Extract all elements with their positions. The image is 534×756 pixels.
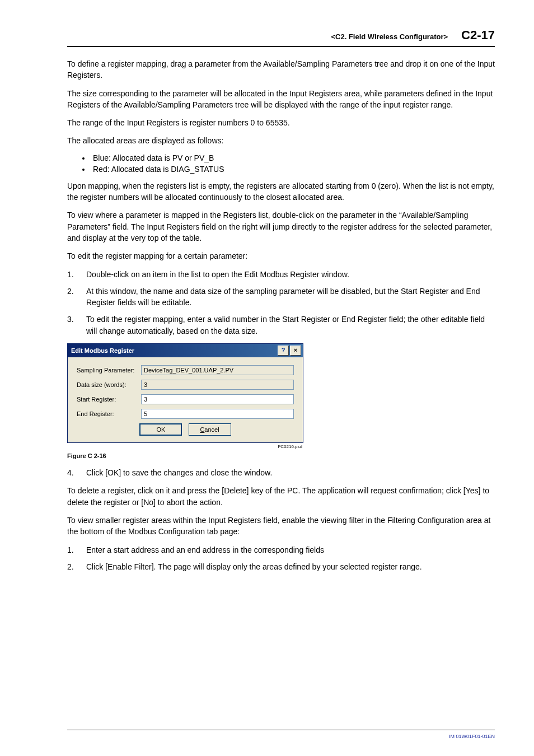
step-text: Click [OK] to save the changes and close…: [86, 467, 272, 478]
body-paragraph: To view smaller register areas within th…: [67, 515, 495, 538]
numbered-list: 1.Double-click on an item in the list to…: [67, 269, 495, 337]
body-paragraph: The allocated areas are displayed as fol…: [67, 135, 495, 146]
sampling-parameter-label: Sampling Parameter:: [77, 367, 141, 374]
dialog-body: Sampling Parameter: Data size (words): S…: [68, 357, 303, 442]
step-text: Double-click on an item in the list to o…: [86, 269, 349, 280]
bullet-list: Blue: Allocated data is PV or PV_B Red: …: [81, 153, 495, 174]
step-number: 2.: [67, 561, 86, 572]
body-paragraph: To define a register mapping, drag a par…: [67, 58, 495, 81]
numbered-list: 1.Enter a start address and an end addre…: [67, 544, 495, 573]
step-text: Enter a start address and an end address…: [86, 544, 324, 556]
edit-modbus-dialog: Edit Modbus Register ? × Sampling Parame…: [67, 343, 303, 443]
step-number: 4.: [67, 467, 86, 478]
start-register-label: Start Register:: [77, 396, 141, 403]
body-paragraph: Upon mapping, when the registers list is…: [67, 180, 495, 203]
step-number: 3.: [67, 314, 86, 337]
list-item: Red: Allocated data is DIAG_STATUS: [91, 165, 495, 174]
body-paragraph: To edit the register mapping for a certa…: [67, 250, 495, 262]
step-text: Click [Enable Filter]. The page will dis…: [86, 561, 422, 572]
ok-button[interactable]: OK: [139, 423, 182, 436]
step-text: At this window, the name and data size o…: [86, 286, 495, 309]
step-number: 1.: [67, 544, 86, 556]
page-number: C2-17: [461, 28, 495, 43]
close-icon[interactable]: ×: [290, 346, 301, 356]
figure-source-label: FC0216.psd: [67, 444, 302, 449]
data-size-label: Data size (words):: [77, 381, 141, 388]
list-item: Blue: Allocated data is PV or PV_B: [91, 153, 495, 162]
help-icon[interactable]: ?: [278, 346, 289, 356]
header-rule: [67, 46, 495, 47]
footer-rule: [67, 730, 495, 730]
body-paragraph: To delete a register, click on it and pr…: [67, 485, 495, 508]
section-title: <C2. Field Wireless Configurator>: [331, 32, 448, 41]
step-text: To edit the register mapping, enter a va…: [86, 314, 495, 337]
page-header: <C2. Field Wireless Configurator> C2-17: [67, 28, 495, 45]
document-code: IM 01W01F01-01EN: [67, 734, 495, 739]
step-number: 2.: [67, 286, 86, 309]
step-number: 1.: [67, 269, 86, 280]
start-register-field[interactable]: [141, 394, 294, 404]
end-register-label: End Register:: [77, 410, 141, 417]
body-paragraph: The size corresponding to the parameter …: [67, 88, 495, 111]
end-register-field[interactable]: [141, 409, 294, 419]
sampling-parameter-field: [141, 365, 294, 375]
body-paragraph: The range of the Input Registers is regi…: [67, 117, 495, 128]
dialog-titlebar[interactable]: Edit Modbus Register ? ×: [68, 344, 303, 357]
body-paragraph: To view where a parameter is mapped in t…: [67, 209, 495, 244]
cancel-button[interactable]: Cancel: [189, 423, 231, 436]
numbered-list: 4.Click [OK] to save the changes and clo…: [67, 467, 495, 478]
data-size-field: [141, 380, 294, 390]
page-footer: IM 01W01F01-01EN: [67, 730, 495, 739]
figure-caption: Figure C 2-16: [67, 452, 495, 459]
dialog-title: Edit Modbus Register: [71, 347, 134, 354]
